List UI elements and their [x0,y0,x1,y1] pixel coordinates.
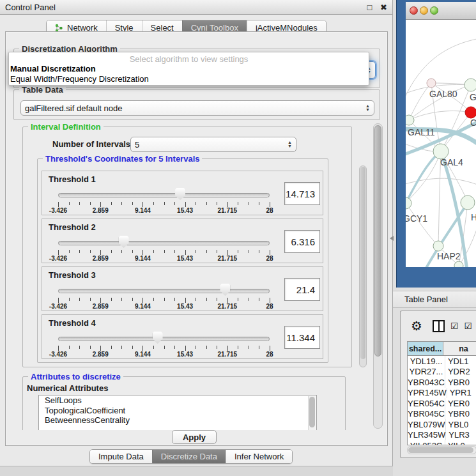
thresholds-group: Threshold's Coordinates for 5 Intervals … [37,158,328,363]
attribute-list-item[interactable]: TopologicalCoefficient [39,406,316,416]
tick-mark [69,202,70,205]
tab-infer-network[interactable]: Infer Network [226,450,292,463]
threshold-2-slider-thumb[interactable] [119,236,129,248]
stepper-icon: ▲▼ [288,141,292,148]
table-row[interactable]: YBR043CYBR0 [408,377,476,388]
tick-mark [132,250,133,253]
threshold-3-slider[interactable] [58,289,270,293]
num-intervals-combobox[interactable]: 5 ▲▼ [130,137,296,152]
threshold-4-value-field[interactable]: 11.344 [284,326,320,349]
threshold-card: Threshold 2-3.4262.8599.14415.4321.71528… [42,219,323,263]
threshold-1-value-field[interactable]: 14.713 [284,182,320,205]
network-node-hap2[interactable] [433,241,443,251]
tick-mark [185,298,186,303]
network-node-gal80[interactable] [427,79,436,88]
table-row[interactable]: YBL079WYBL0 [408,419,476,430]
threshold-4-slider[interactable] [58,337,270,341]
network-node-gcy1[interactable] [406,197,411,209]
network-node-gal11[interactable] [406,115,414,125]
thresholds-scrollbar[interactable] [359,165,367,367]
tick-mark [121,250,122,253]
threshold-2-value-field[interactable]: 6.316 [284,230,320,253]
network-canvas[interactable]: GAL80GAGAL11CGAL4GCY1HHAP2 [406,20,476,267]
table-row[interactable]: YDL19...YDL1 [408,356,476,367]
popup-option-manual-discretization[interactable]: Manual Discretization [9,64,369,74]
tick-mark [79,250,80,253]
cell-shared-name: YIL052C [408,440,445,445]
tick-mark [270,298,270,303]
tick-mark [206,250,207,253]
tick-mark [111,250,112,253]
stepper-icon: ▲▼ [365,104,370,112]
tick-label: 28 [266,255,273,262]
tick-mark [249,346,249,349]
interval-definition-title: Interval Definition [28,122,104,132]
threshold-3-value-field[interactable]: 21.4 [284,278,320,301]
settings-vertical-scrollbar[interactable] [373,123,383,429]
tick-mark [217,346,217,349]
tick-label: 28 [266,351,273,358]
checkbox-checked-icon[interactable]: ☑ [450,321,459,331]
tick-mark [227,346,228,351]
threshold-4-slider-thumb[interactable] [153,332,163,344]
attribute-list-item[interactable]: BetweennessCentrality [39,415,316,426]
minimize-traffic-light-icon[interactable] [420,6,428,15]
close-traffic-light-icon[interactable] [410,6,418,15]
tick-mark [259,298,259,301]
apply-button[interactable]: Apply [172,430,217,444]
table-row[interactable]: YER054CYER0 [408,398,476,409]
cell-shared-name: YBL079W [408,419,446,430]
columns-icon[interactable] [433,320,445,332]
table-row[interactable]: YDR27...YDR2 [408,367,476,378]
table-horizontal-scrollbar[interactable] [407,446,476,454]
tick-label: 15.43 [177,303,193,310]
cell-name: YBL0 [446,419,476,430]
column-header-shared[interactable]: shared... [408,342,443,355]
split-pane-collapse-icon[interactable] [390,236,394,241]
float-window-icon[interactable]: □ [367,3,372,12]
tick-mark [121,202,122,205]
zoom-traffic-light-icon[interactable] [430,6,438,15]
tick-label: 21.715 [218,207,238,214]
column-header-name[interactable]: na [443,342,476,355]
network-titlebar[interactable] [406,2,476,20]
gear-icon[interactable]: ⚙ [411,319,422,332]
tick-mark [79,346,80,349]
attributes-list-scrollbar[interactable] [308,396,316,430]
tick-label: 28 [266,207,273,214]
tick-mark [206,346,207,349]
network-node-h[interactable] [461,196,475,210]
tick-label: 21.715 [218,303,238,310]
table-row[interactable]: YIL052CYIL0 [408,440,476,445]
table-row[interactable]: YPR145WYPR1 [408,388,476,399]
checkbox-checked-icon[interactable]: ☑ [464,321,473,331]
threshold-2-slider[interactable] [58,241,270,245]
tick-label: -3.426 [49,303,67,310]
table-panel-title: Table Panel [404,295,448,304]
tick-mark [164,346,165,349]
threshold-3-slider-thumb[interactable] [220,284,230,296]
tick-mark [249,202,249,205]
tab-impute-data[interactable]: Impute Data [90,450,152,463]
threshold-1-slider-thumb[interactable] [175,188,185,200]
tab-label: Discretize Data [161,452,217,461]
tick-mark [100,250,101,255]
table-data-combobox[interactable]: galFiltered.sif default node ▲▼ [20,100,374,116]
popup-option-equal-width-frequency-discretization[interactable]: Equal Width/Frequency Discretization [9,74,369,84]
tick-mark [227,298,228,303]
table-panel-window: ⚙ ☑ ☑ shared... na YDL19...YDL1YDR27...Y… [400,311,476,458]
close-window-icon[interactable]: ✖ [380,3,387,12]
threshold-label: Threshold 2 [49,222,96,232]
network-node-label: GCY1 [406,213,427,224]
network-node-ga[interactable] [464,79,476,91]
cell-shared-name: YPR145W [408,388,447,399]
tick-mark [196,298,196,301]
network-node[interactable] [454,261,463,267]
table-row[interactable]: YBR045CYBR0 [408,409,476,420]
tick-label: 9.144 [135,207,151,214]
threshold-1-slider[interactable] [58,193,270,197]
attribute-list-item[interactable]: SelfLoops [39,395,316,406]
tab-discretize-data[interactable]: Discretize Data [152,450,226,463]
table-row[interactable]: YLR345WYLR3 [408,430,476,441]
network-node-c[interactable] [465,107,476,118]
